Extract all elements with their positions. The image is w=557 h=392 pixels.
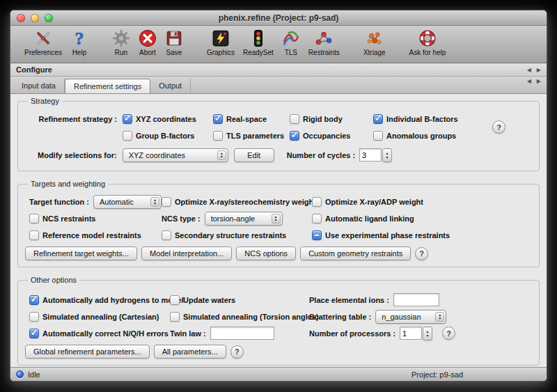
checkbox-simulated-annealing-cartesian[interactable]: Simulated annealing (Cartesian)	[29, 312, 159, 322]
tab-scroll-right-icon[interactable]: ▶	[537, 78, 541, 93]
twin-law-input[interactable]	[210, 327, 274, 340]
checkbox-automatically-correct-nqh[interactable]: Automatically correct N/Q/H errors	[29, 329, 168, 338]
target-function-dropdown[interactable]: Automatic ▴▾	[93, 195, 162, 209]
checkbox-optimize-xray-adp-weight[interactable]: Optimize X-ray/ADP weight	[312, 197, 423, 207]
model-interpretation-button[interactable]: Model interpretation...	[141, 246, 232, 260]
tab-input-data[interactable]: Input data	[13, 78, 65, 93]
checkbox-occupancies[interactable]: Occupancies	[290, 131, 350, 141]
checkbox-checked-icon	[373, 114, 383, 124]
edit-button[interactable]: Edit	[234, 148, 274, 162]
traffic-light-icon	[249, 28, 267, 49]
processors-help-button[interactable]: ?	[442, 327, 455, 340]
refinement-strategy-label: Refinement strategy :	[25, 115, 117, 123]
modify-selections-label: Modify selections for:	[38, 151, 117, 159]
targets-groupbox: Targets and weighting Target function : …	[17, 180, 540, 267]
modify-selections-dropdown[interactable]: XYZ coordinates ▴▾	[123, 148, 228, 162]
checkbox-real-space[interactable]: Real-space	[213, 114, 267, 124]
checkbox-checked-icon	[290, 131, 299, 141]
checkbox-use-experimental-phase-restraints[interactable]: Use experimental phase restraints	[312, 230, 450, 240]
other-help-button[interactable]: ?	[230, 345, 244, 359]
checkbox-checked-icon	[29, 329, 39, 338]
tab-refinement-settings[interactable]: Refinement settings	[65, 79, 150, 93]
number-of-processors-spinner: ▴▾	[400, 327, 432, 340]
checkbox-unchecked-icon	[373, 131, 383, 141]
project-label: Project: p9-sad	[411, 370, 463, 379]
checkbox-automatic-ligand-linking[interactable]: Automatic ligand linking	[312, 214, 414, 224]
checkbox-simulated-annealing-torsion[interactable]: Simulated annealing (Torsion angles)	[170, 312, 319, 322]
tab-pager: ◀ ▶	[527, 78, 541, 93]
ncs-type-dropdown[interactable]: torsion-angle ▴▾	[205, 212, 283, 226]
other-row-2: Simulated annealing (Cartesian) Simulate…	[25, 309, 532, 324]
number-of-cycles-input[interactable]	[359, 148, 382, 162]
tab-scroll-left-icon[interactable]: ◀	[527, 78, 531, 93]
window-title: phenix.refine (Project: p9-sad)	[219, 13, 339, 23]
checkbox-anomalous-groups[interactable]: Anomalous groups	[373, 131, 456, 141]
checkbox-unchecked-icon	[170, 295, 180, 305]
toolbar-run[interactable]: Run	[112, 28, 130, 56]
global-refinement-parameters-button[interactable]: Global refinement parameters...	[25, 345, 150, 359]
status-bar: Idle Project: p9-sad	[10, 367, 547, 381]
restraints-molecule-icon	[315, 28, 333, 49]
scroll-left-icon[interactable]: ◀	[527, 67, 531, 73]
tab-output[interactable]: Output	[150, 78, 191, 93]
ncs-options-button[interactable]: NCS options	[236, 246, 296, 260]
toolbar-preferences[interactable]: Preferences	[24, 28, 62, 56]
strategy-row-1: Refinement strategy : XYZ coordinates Re…	[25, 111, 532, 126]
number-of-processors-input[interactable]	[400, 327, 422, 340]
checkbox-checked-icon	[213, 114, 223, 124]
checkbox-reference-model-restraints[interactable]: Reference model restraints	[29, 230, 141, 240]
stepper-arrows-icon[interactable]: ▴▾	[423, 327, 432, 340]
targets-help-button[interactable]: ?	[415, 247, 428, 260]
close-window-icon[interactable]	[17, 14, 25, 22]
minimize-window-icon[interactable]	[31, 14, 39, 22]
checkbox-unchecked-icon	[162, 230, 171, 240]
checkbox-update-waters[interactable]: Update waters	[170, 295, 235, 305]
status-idle-dot-icon	[16, 370, 24, 378]
refinement-target-weights-button[interactable]: Refinement target weights...	[25, 246, 137, 260]
targets-legend: Targets and weighting	[28, 180, 108, 188]
checkbox-optimize-xray-stereochemistry-weight[interactable]: Optimize X-ray/stereochemistry weight	[162, 197, 316, 207]
abort-icon	[139, 28, 157, 49]
scattering-table-label: Scattering table :	[309, 313, 371, 321]
checkbox-rigid-body[interactable]: Rigid body	[290, 114, 343, 124]
traffic-lights	[17, 14, 53, 22]
toolbar: Preferences ? Help	[10, 26, 547, 63]
toolbar-save[interactable]: Save	[165, 28, 183, 56]
scattering-table-dropdown[interactable]: n_gaussian ▴▾	[375, 310, 446, 324]
tls-ribbon-icon	[282, 28, 300, 49]
stepper-arrows-icon[interactable]: ▴▾	[382, 148, 392, 162]
scroll-right-icon[interactable]: ▶	[537, 67, 541, 73]
place-elemental-ions-input[interactable]	[393, 293, 439, 306]
all-parameters-button[interactable]: All parameters...	[154, 345, 226, 359]
checkbox-automatically-add-hydrogens[interactable]: Automatically add hydrogens to model	[29, 295, 184, 305]
toolbar-help[interactable]: ? Help	[70, 28, 88, 56]
checkbox-ncs-restraints[interactable]: NCS restraints	[29, 214, 95, 224]
checkbox-checked-icon	[29, 295, 39, 305]
graphics-icon	[212, 28, 230, 49]
strategy-row-2: Group B-factors TLS parameters Occupanci…	[25, 128, 532, 143]
number-of-processors-label: Number of processors :	[309, 329, 395, 338]
toolbar-ask-for-help[interactable]: Ask for help	[409, 28, 446, 56]
toolbar-graphics[interactable]: Graphics	[207, 28, 235, 56]
checkbox-secondary-structure-restraints[interactable]: Secondary structure restraints	[162, 230, 286, 240]
strategy-help-button[interactable]: ?	[492, 120, 505, 134]
toolbar-abort[interactable]: Abort	[139, 28, 157, 56]
popup-arrows-icon: ▴▾	[272, 214, 281, 224]
help-icon: ?	[70, 28, 88, 49]
checkbox-tls-parameters[interactable]: TLS parameters	[213, 131, 284, 141]
toolbar-restraints[interactable]: Restraints	[308, 28, 340, 56]
toolbar-xtriage[interactable]: Xtriage	[363, 28, 386, 56]
checkbox-group-b-factors[interactable]: Group B-factors	[123, 131, 194, 141]
custom-geometry-restraints-button[interactable]: Custom geometry restraints	[300, 246, 411, 260]
twin-law-label: Twin law :	[170, 329, 206, 338]
zoom-window-icon[interactable]	[45, 14, 53, 22]
checkbox-xyz-coordinates[interactable]: XYZ coordinates	[123, 114, 196, 124]
other-options-groupbox: Other options Automatically add hydrogen…	[17, 276, 540, 366]
toolbar-tls[interactable]: TLS	[282, 28, 300, 56]
titlebar[interactable]: phenix.refine (Project: p9-sad)	[10, 10, 547, 26]
checkbox-individual-b-factors[interactable]: Individual B-factors	[373, 114, 458, 124]
strategy-legend: Strategy	[28, 97, 62, 105]
refinement-settings-panel: Strategy ? Refinement strategy : XYZ coo…	[10, 94, 547, 367]
checkbox-unchecked-icon	[170, 312, 180, 322]
toolbar-readyset[interactable]: ReadySet	[243, 28, 274, 56]
